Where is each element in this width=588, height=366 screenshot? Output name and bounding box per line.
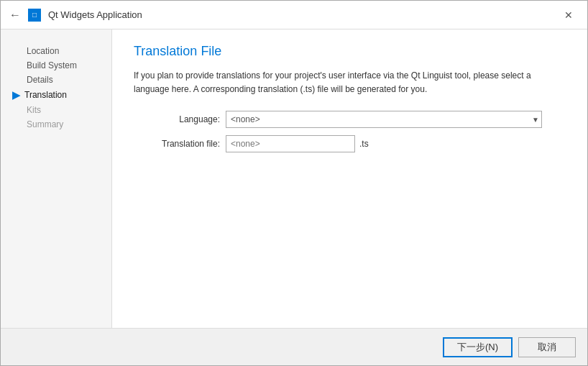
- sidebar-label-kits: Kits: [27, 105, 41, 115]
- close-icon: ✕: [564, 9, 573, 21]
- dialog-title: Qt Widgets Application: [48, 9, 142, 20]
- app-icon: □: [28, 9, 41, 22]
- sidebar-item-details[interactable]: Details: [12, 73, 111, 87]
- app-icon-symbol: □: [32, 11, 37, 19]
- sidebar-label-build-system: Build System: [27, 60, 77, 70]
- main-panel: Translation File If you plan to provide …: [112, 29, 587, 328]
- cancel-button[interactable]: 取消: [518, 337, 576, 357]
- title-bar-left: ← □ Qt Widgets Application: [9, 9, 142, 22]
- footer: 下一步(N) 取消: [1, 328, 587, 365]
- sidebar-label-summary: Summary: [27, 119, 63, 129]
- next-button[interactable]: 下一步(N): [443, 337, 513, 357]
- translation-file-input-group: .ts: [226, 135, 369, 152]
- sidebar-item-translation[interactable]: ▶ Translation: [12, 87, 111, 103]
- back-button[interactable]: ←: [9, 9, 21, 22]
- sidebar-item-summary[interactable]: Summary: [12, 117, 111, 132]
- translation-file-suffix: .ts: [359, 139, 369, 149]
- language-row: Language: <none> ▼: [134, 111, 566, 128]
- language-label: Language:: [134, 114, 220, 124]
- sidebar-label-details: Details: [27, 75, 53, 85]
- sidebar-label-translation: Translation: [24, 90, 67, 100]
- content-area: Location Build System Details ▶ Translat…: [1, 29, 587, 328]
- close-button[interactable]: ✕: [559, 6, 579, 24]
- translation-file-row: Translation file: .ts: [134, 135, 566, 152]
- translation-file-input[interactable]: [226, 135, 355, 152]
- sidebar: Location Build System Details ▶ Translat…: [1, 29, 112, 328]
- language-select-wrapper: <none> ▼: [226, 111, 542, 128]
- sidebar-item-location[interactable]: Location: [12, 44, 111, 58]
- title-bar: ← □ Qt Widgets Application ✕: [1, 1, 587, 29]
- dialog: ← □ Qt Widgets Application ✕ Location Bu…: [0, 0, 588, 366]
- sidebar-item-build-system[interactable]: Build System: [12, 58, 111, 73]
- sidebar-label-location: Location: [27, 46, 59, 56]
- language-select[interactable]: <none>: [226, 111, 542, 128]
- translation-file-label: Translation file:: [134, 139, 220, 149]
- description-text: If you plan to provide translations for …: [134, 69, 551, 96]
- sidebar-item-kits[interactable]: Kits: [12, 103, 111, 117]
- panel-title: Translation File: [134, 44, 566, 59]
- active-arrow-icon: ▶: [12, 89, 20, 101]
